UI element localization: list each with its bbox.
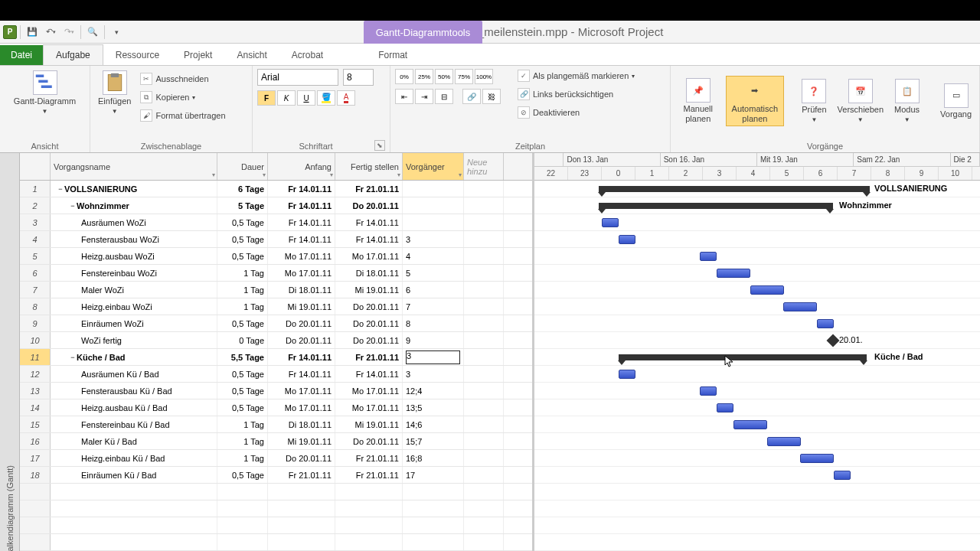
cell-predecessor[interactable]: 14;6 bbox=[403, 416, 464, 432]
indent-button[interactable]: ⇥ bbox=[415, 89, 433, 104]
outdent-button[interactable]: ⇤ bbox=[395, 89, 413, 104]
cell-predecessor[interactable]: 3 bbox=[403, 231, 464, 247]
cell-dauer[interactable] bbox=[217, 500, 268, 517]
row-number[interactable]: 3 bbox=[20, 214, 51, 230]
gantt-row[interactable] bbox=[534, 500, 980, 517]
underline-button[interactable]: U bbox=[297, 90, 315, 106]
cell-name[interactable]: − Küche / Bad bbox=[51, 349, 217, 365]
cell-fertig[interactable]: Mo 17.01.11 bbox=[335, 383, 403, 399]
gantt-row[interactable] bbox=[534, 484, 980, 500]
task-bar[interactable] bbox=[717, 403, 733, 412]
cut-button[interactable]: ✂Ausschneiden bbox=[139, 72, 227, 86]
cell-name[interactable]: Einräumen WoZi bbox=[51, 315, 217, 331]
task-bar[interactable] bbox=[619, 235, 635, 244]
undo-icon[interactable]: ↶▾ bbox=[42, 24, 59, 41]
cell-dauer[interactable] bbox=[217, 484, 268, 500]
cell-add-new[interactable] bbox=[464, 383, 504, 399]
cell-add-new[interactable] bbox=[464, 433, 504, 449]
tab-acrobat[interactable]: Acrobat bbox=[279, 45, 335, 65]
format-painter-button[interactable]: 🖌Format übertragen bbox=[139, 109, 227, 122]
task-bar[interactable] bbox=[750, 285, 784, 295]
row-number[interactable]: 16 bbox=[20, 433, 51, 449]
table-row[interactable]: 9 Einräumen WoZi0,5 TageDo 20.01.11Do 20… bbox=[20, 315, 532, 332]
cell-add-new[interactable] bbox=[464, 282, 504, 298]
cell-anfang[interactable]: Fr 14.01.11 bbox=[268, 197, 335, 214]
col-start[interactable]: Anfang▾ bbox=[268, 153, 335, 180]
cell-name[interactable] bbox=[51, 484, 217, 500]
cell-fertig[interactable] bbox=[335, 484, 403, 500]
gantt-chart[interactable]: Don 13. JanSon 16. JanMit 19. JanSam 22.… bbox=[534, 153, 980, 551]
cell-predecessor[interactable] bbox=[403, 500, 464, 517]
summary-bar[interactable] bbox=[619, 354, 867, 360]
respect-links-button[interactable]: 🔗Links berücksichtigen bbox=[516, 87, 636, 101]
gantt-row[interactable]: 20.01. bbox=[534, 332, 980, 349]
summary-bar[interactable] bbox=[599, 186, 870, 192]
table-row[interactable]: 2− Wohnzimmer5 TageFr 14.01.11Do 20.01.1… bbox=[20, 197, 532, 214]
task-bar[interactable] bbox=[834, 471, 851, 480]
cell-predecessor[interactable]: 3 bbox=[403, 366, 464, 382]
cell-dauer[interactable]: 1 Tag bbox=[217, 416, 268, 432]
cell-fertig[interactable]: Fr 21.01.11 bbox=[335, 467, 403, 483]
cell-anfang[interactable]: Mo 17.01.11 bbox=[268, 383, 335, 399]
col-duration[interactable]: Dauer▾ bbox=[217, 153, 268, 180]
cell-predecessor[interactable]: 6 bbox=[403, 282, 464, 298]
cell-fertig[interactable] bbox=[335, 517, 403, 533]
predecessor-edit-input[interactable]: 3 bbox=[406, 350, 460, 364]
table-row[interactable]: 13 Fensterausbau Kü / Bad0,5 TageMo 17.0… bbox=[20, 383, 532, 399]
cell-fertig[interactable] bbox=[335, 534, 403, 550]
col-predecessor[interactable]: Vorgänger▾ bbox=[403, 153, 464, 180]
cell-name[interactable]: Maler Kü / Bad bbox=[51, 433, 217, 449]
mark-on-track-button[interactable]: ✓Als plangemäß markieren▾ bbox=[516, 69, 636, 83]
cell-name[interactable]: Heizg.einbau WoZi bbox=[51, 298, 217, 315]
row-number[interactable]: 8 bbox=[20, 298, 51, 315]
cell-name[interactable]: Ausräumen Kü / Bad bbox=[51, 366, 217, 382]
cell-add-new[interactable] bbox=[464, 399, 504, 416]
cell-dauer[interactable]: 1 Tag bbox=[217, 265, 268, 281]
row-number[interactable]: 13 bbox=[20, 383, 51, 399]
cell-fertig[interactable]: Do 20.01.11 bbox=[335, 298, 403, 315]
cell-dauer[interactable]: 0,5 Tage bbox=[217, 248, 268, 264]
cell-fertig[interactable]: Fr 21.01.11 bbox=[335, 450, 403, 466]
table-row[interactable]: 17 Heizg.einbau Kü / Bad1 TagDo 20.01.11… bbox=[20, 450, 532, 467]
cell-fertig[interactable]: Fr 14.01.11 bbox=[335, 366, 403, 382]
gantt-row[interactable] bbox=[534, 366, 980, 383]
cell-predecessor[interactable]: 7 bbox=[403, 298, 464, 315]
cell-name[interactable]: Fenstereinbau Kü / Bad bbox=[51, 416, 217, 432]
gantt-row[interactable] bbox=[534, 534, 980, 551]
cell-dauer[interactable]: 0 Tage bbox=[217, 332, 268, 348]
row-number[interactable]: 12 bbox=[20, 366, 51, 382]
cell-add-new[interactable] bbox=[464, 349, 504, 365]
cell-anfang[interactable]: Mo 17.01.11 bbox=[268, 399, 335, 416]
cell-fertig[interactable]: Fr 21.01.11 bbox=[335, 349, 403, 365]
cell-fertig[interactable]: Do 20.01.11 bbox=[335, 197, 403, 214]
table-row[interactable]: 6 Fenstereinbau WoZi1 TagMo 17.01.11Di 1… bbox=[20, 265, 532, 282]
print-preview-icon[interactable]: 🔍 bbox=[84, 24, 101, 41]
manual-schedule-button[interactable]: 📌Manuell planen bbox=[675, 77, 721, 125]
cell-name[interactable]: Heizg.ausbau Kü / Bad bbox=[51, 399, 217, 416]
qat-customize-icon[interactable]: ▾ bbox=[108, 24, 125, 41]
row-number[interactable]: 5 bbox=[20, 248, 51, 264]
gantt-row[interactable]: VOLLSANIERUNG bbox=[534, 181, 980, 197]
redo-icon[interactable]: ↷▾ bbox=[60, 24, 77, 41]
cell-dauer[interactable]: 0,5 Tage bbox=[217, 383, 268, 399]
cell-anfang[interactable]: Fr 14.01.11 bbox=[268, 231, 335, 247]
row-number[interactable] bbox=[20, 500, 51, 517]
cell-dauer[interactable]: 0,5 Tage bbox=[217, 231, 268, 247]
gantt-row[interactable] bbox=[534, 450, 980, 467]
cell-predecessor[interactable]: 17 bbox=[403, 467, 464, 483]
cell-dauer[interactable]: 0,5 Tage bbox=[217, 366, 268, 382]
cell-name[interactable] bbox=[51, 500, 217, 517]
cell-add-new[interactable] bbox=[464, 197, 504, 214]
move-button[interactable]: 📅Verschieben▼ bbox=[835, 77, 887, 125]
gantt-view-button[interactable]: Gantt-Diagramm ▼ bbox=[5, 69, 85, 116]
table-row[interactable]: 11− Küche / Bad5,5 TageFr 14.01.11Fr 21.… bbox=[20, 349, 532, 366]
gantt-row[interactable] bbox=[534, 433, 980, 450]
tab-aufgabe[interactable]: Aufgabe bbox=[43, 44, 103, 65]
cell-dauer[interactable]: 1 Tag bbox=[217, 298, 268, 315]
cell-fertig[interactable]: Mo 17.01.11 bbox=[335, 248, 403, 264]
cell-add-new[interactable] bbox=[464, 416, 504, 432]
cell-add-new[interactable] bbox=[464, 450, 504, 466]
cell-anfang[interactable]: Mi 19.01.11 bbox=[268, 433, 335, 449]
cell-predecessor[interactable] bbox=[403, 517, 464, 533]
cell-add-new[interactable] bbox=[464, 500, 504, 517]
